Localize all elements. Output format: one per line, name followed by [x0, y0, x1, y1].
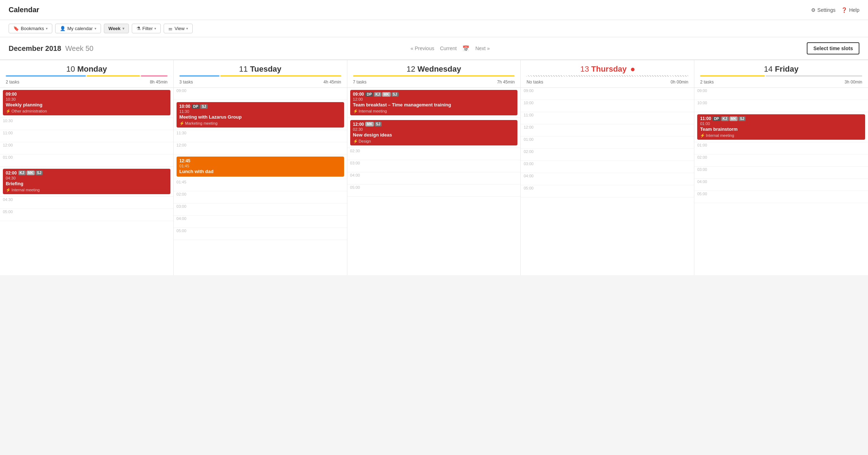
chip-mk: MK [365, 122, 374, 126]
week-title: December 2018 Week 50 [9, 44, 93, 53]
event-meeting-lazarus[interactable]: 10:00 DP SJ 11:30 Meeting with Lazarus G… [177, 102, 344, 128]
monday-title: 10 Monday [6, 64, 168, 74]
help-button[interactable]: ❓ Help [841, 7, 859, 13]
person-icon: 👤 [60, 26, 66, 31]
event-new-design[interactable]: 12:00 MK SJ 02:30 New design ideas ⚡ Des… [350, 120, 518, 145]
chip-kj: KJ [18, 171, 26, 175]
previous-link[interactable]: « Previous [411, 46, 434, 51]
thursday-slot-0400: 04:00 [521, 173, 694, 185]
event-weekly-planning[interactable]: 09:00 10:30 Weekly planning ⚡ Other admi… [3, 90, 170, 115]
chip-mk: MK [382, 92, 391, 97]
tuesday-slot-1000: 10:00 DP SJ 11:30 Meeting with Lazarus G… [174, 100, 347, 130]
current-link[interactable]: Current [440, 46, 457, 51]
tuesday-slot-0900: 09:00 [174, 88, 347, 100]
tuesday-header: 11 Tuesday 3 tasks 4h 45min [174, 60, 347, 88]
friday-slot-0200: 02:00 [694, 154, 868, 167]
monday-progress [6, 75, 168, 77]
tuesday-progress [179, 75, 341, 77]
progress-light-gray [766, 75, 862, 77]
progress-yellow [87, 75, 140, 77]
wednesday-tasks: 7 tasks 7h 45min [353, 80, 515, 87]
chip-kj: KJ [374, 92, 381, 97]
wednesday-body: 09:00 DP KJ MK SJ 12:00 Team breakfast –… [347, 88, 521, 197]
lightning-icon: ⚡ [353, 109, 358, 114]
progress-hatched [526, 75, 688, 77]
calendar-icon[interactable]: 📅 [462, 45, 469, 52]
bookmark-icon: 🔖 [13, 26, 19, 31]
friday-header: 14 Friday 2 tasks 3h 00min [694, 60, 868, 88]
friday-slot-1000: 10:00 [694, 100, 868, 112]
wednesday-slot-1200: 12:00 MK SJ 02:30 New design ideas ⚡ Des… [347, 118, 521, 148]
calendar-grid: 10 Monday 2 tasks 8h 45min [0, 60, 868, 275]
day-col-tuesday: 11 Tuesday 3 tasks 4h 45min 09:00 [174, 60, 347, 275]
tuesday-tasks: 3 tasks 4h 45min [179, 80, 341, 87]
wednesday-progress [353, 75, 515, 77]
chip-dp: DP [365, 92, 373, 97]
week-navigation: December 2018 Week 50 « Previous Current… [0, 37, 868, 60]
week-button[interactable]: Week ▾ [104, 24, 129, 33]
tasks-time: 3h 00min [845, 80, 862, 85]
event-briefing[interactable]: 02:00 KJ MK SJ 04:30 Briefing ⚡ Internal… [3, 169, 170, 194]
tuesday-slot-1245: 12:45 01:45 Lunch with dad [174, 154, 347, 179]
friday-slot-0300: 03:00 [694, 167, 868, 179]
tuesday-slot-0145: 01:45 [174, 179, 347, 191]
thursday-title: 13 Thursday [526, 64, 688, 74]
tasks-time: 0h 00min [671, 80, 688, 85]
view-icon: ⚌ [168, 26, 173, 31]
thursday-progress [526, 75, 688, 77]
chip-mk: MK [26, 171, 35, 175]
wednesday-slot-0300: 03:00 [347, 160, 521, 172]
nav-center: « Previous Current 📅 Next » [411, 45, 490, 52]
friday-tasks: 2 tasks 3h 00min [700, 80, 862, 87]
friday-slot-0500: 05:00 [694, 191, 868, 203]
settings-button[interactable]: ⚙ Settings [811, 7, 836, 13]
tuesday-slot-0200: 02:00 [174, 191, 347, 203]
lightning-icon: ⚡ [6, 109, 11, 114]
day-col-thursday: 13 Thursday No tasks 0h 00min 09:00 10:0… [521, 60, 694, 275]
header-right: ⚙ Settings ❓ Help [811, 7, 859, 13]
chip-sj: SJ [375, 122, 382, 126]
event-team-breakfast[interactable]: 09:00 DP KJ MK SJ 12:00 Team breakfast –… [350, 90, 518, 115]
event-lunch-dad[interactable]: 12:45 01:45 Lunch with dad [177, 157, 344, 177]
monday-slot-1100: 11:00 [0, 130, 173, 142]
tasks-time: 4h 45min [323, 80, 341, 85]
view-button[interactable]: ⚌ View ▾ [164, 24, 193, 33]
app-title: Calendar [9, 6, 39, 14]
tuesday-slot-1130: 11:30 [174, 130, 347, 142]
filter-button[interactable]: ⚗ Filter ▾ [132, 24, 161, 33]
wednesday-header: 12 Wednesday 7 tasks 7h 45min [347, 60, 521, 88]
day-col-friday: 14 Friday 2 tasks 3h 00min 09:00 10:00 [694, 60, 868, 275]
calendar-wrapper: 10 Monday 2 tasks 8h 45min [0, 60, 868, 275]
monday-slot-0430: 04:30 [0, 197, 173, 209]
today-indicator [631, 68, 635, 71]
progress-blue [6, 75, 86, 77]
select-time-slots-button[interactable]: Select time slots [807, 42, 859, 54]
monday-body: 09:00 10:30 Weekly planning ⚡ Other admi… [0, 88, 173, 221]
top-header: Calendar ⚙ Settings ❓ Help [0, 0, 868, 20]
chip-sj: SJ [391, 92, 399, 97]
chevron-down-icon: ▾ [154, 27, 156, 30]
next-link[interactable]: Next » [475, 46, 490, 51]
help-icon: ❓ [841, 7, 847, 13]
tasks-count: 2 tasks [700, 80, 714, 85]
thursday-slot-1100: 11:00 [521, 112, 694, 124]
my-calendar-button[interactable]: 👤 My calendar ▾ [55, 24, 101, 33]
event-team-brainstorm[interactable]: 11:00 DP KJ MK SJ 01:00 Team brainstorm … [697, 114, 865, 140]
monday-header: 10 Monday 2 tasks 8h 45min [0, 60, 173, 88]
wednesday-slot-0400: 04:00 [347, 172, 521, 185]
thursday-slot-0200: 02:00 [521, 149, 694, 161]
thursday-slot-1200: 12:00 [521, 124, 694, 136]
bookmarks-button[interactable]: 🔖 Bookmarks ▾ [9, 24, 52, 33]
thursday-header: 13 Thursday No tasks 0h 00min [521, 60, 694, 88]
thursday-body: 09:00 10:00 11:00 12:00 01:00 02:00 03:0… [521, 88, 694, 197]
thursday-slot-1000: 10:00 [521, 100, 694, 112]
lightning-icon: ⚡ [6, 188, 11, 192]
toolbar: 🔖 Bookmarks ▾ 👤 My calendar ▾ Week ▾ ⚗ F… [0, 20, 868, 37]
progress-blue-sm [179, 75, 220, 77]
friday-progress [700, 75, 862, 77]
progress-pink [141, 75, 168, 77]
gear-icon: ⚙ [811, 7, 816, 13]
progress-yellow-full [353, 75, 515, 77]
friday-title: 14 Friday [700, 64, 862, 74]
friday-slot-0100: 01:00 [694, 142, 868, 154]
